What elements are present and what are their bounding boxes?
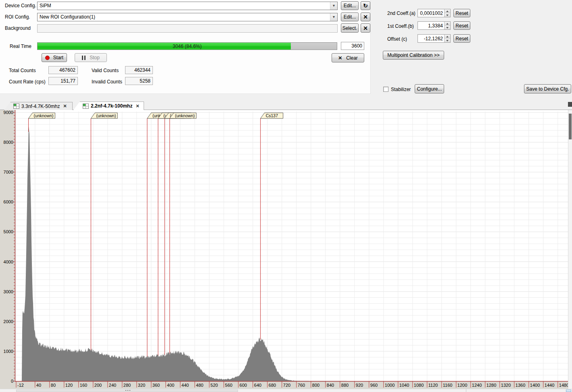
vertical-scrollbar-thumb[interactable] [569,114,572,139]
background-select-button[interactable]: Select. [341,23,359,33]
total-counts-label: Total Counts [9,68,36,73]
x-tick-label: 800 [312,383,319,388]
multipoint-calibration-button[interactable]: Multipoint Calibration >> [383,51,444,60]
roi-flag[interactable]: (unknown) [29,113,55,118]
x-tick-label: 640 [254,383,261,388]
configure-button[interactable]: Configure... [415,84,444,93]
horizontal-scrollbar[interactable] [0,389,572,392]
tab-3.3nf-4.7K-50mhz[interactable]: 3.3nf-4.7K-50mhz ✕ [4,102,73,110]
spectrum-chart[interactable]: (unknown)(unknown)(unknown)(unknown)(unk… [0,110,568,389]
offset-c-spinner[interactable] [418,34,451,43]
stop-button[interactable]: Stop [75,53,107,62]
chevron-down-icon[interactable]: ▾ [330,13,337,21]
start-label: Start [53,55,63,60]
x-tick-label: 80 [51,383,56,388]
start-button[interactable]: Start [42,53,67,62]
plot-background[interactable] [0,110,568,389]
x-tick-label: 680 [269,383,276,388]
clear-button[interactable]: ✕ Clear [332,53,364,62]
stop-label: Stop [90,55,100,60]
device-config-label: Device Config. [5,3,36,8]
x-tick-label: 400 [167,383,174,388]
x-tick-label: 440 [182,383,189,388]
background-label: Background [5,25,31,31]
device-config-combo[interactable]: SiPM ▾ [37,2,338,10]
spinner-arrows-icon[interactable] [444,9,450,17]
chevron-down-icon[interactable]: ▾ [330,2,337,10]
refresh-icon[interactable]: ↻ [361,1,370,10]
stabilizer-checkbox[interactable] [383,87,388,92]
spectrum-tabstrip: 3.3nf-4.7K-50mhz ✕ 2.2nf-4.7k-100mhz ✕ [0,102,572,110]
y-tick-label: 7000 [4,170,13,174]
roi-flag-label: (unknown) [96,113,116,118]
roi-config-label: ROI Config. [5,14,30,20]
roi-edit-button[interactable]: Edit... [341,12,359,21]
y-tick-label: 8000 [4,140,13,145]
spinner-arrows-icon[interactable] [444,22,450,29]
x-tick-label: 600 [240,383,247,388]
offset-c-input[interactable] [418,35,444,42]
tab-close-icon[interactable]: ✕ [136,104,139,109]
coeff-a-input[interactable] [418,9,444,17]
tab-overflow-icon[interactable] [568,102,572,107]
save-to-device-button[interactable]: Save to Device Cfg. [524,84,571,93]
coeff-a-spinner[interactable] [418,9,451,17]
x-tick-label: 1360 [516,383,525,388]
spinner-arrows-icon[interactable] [444,35,450,42]
x-tick-label: 1440 [545,383,554,388]
roi-config-combo[interactable]: New ROI Configuration(1) ▾ [37,13,338,21]
coeff-b-input[interactable] [418,22,444,29]
x-tick-label: 760 [298,383,305,388]
roi-flag-label: Cs137 [266,113,278,118]
spectrum-svg[interactable]: (unknown)(unknown)(unknown)(unknown)(unk… [0,110,568,389]
roi-flag[interactable]: (unknown) [91,113,117,118]
roi-flag-label: (unknown) [34,113,54,118]
roi-flag[interactable]: (unknown) [170,113,196,118]
coeff-b-reset-button[interactable]: Reset [453,21,470,30]
coeff-b-spinner[interactable] [418,21,451,30]
scrollbar-corner-button[interactable] [566,390,571,392]
progress-text: 3046 (84.6%) [38,44,337,49]
x-tick-label: 1280 [486,383,496,388]
device-edit-button[interactable]: Edit... [341,1,359,10]
roi-flag-label: (unknown) [175,113,195,118]
x-tick-label: 1200 [457,383,467,388]
y-tick-label: 3000 [4,289,13,294]
x-tick-label: 560 [225,383,232,388]
roi-remove-button[interactable]: ✕ [361,12,370,21]
scrollbar-grip-icon [125,390,131,391]
x-tick-label: 880 [341,383,349,388]
offset-c-reset-button[interactable]: Reset [453,34,470,43]
tab-close-icon[interactable]: ✕ [63,104,67,109]
real-time-label: Real Time [10,44,31,49]
preset-time-input[interactable] [341,42,364,50]
acquisition-panel: Device Config. SiPM ▾ Edit... ↻ ROI Conf… [0,0,371,94]
y-tick-label: 2000 [4,319,13,324]
x-tick-label: 120 [65,383,73,388]
total-counts-value: 467602 [48,66,78,74]
roi-config-value: New ROI Configuration(1) [40,14,329,20]
background-field[interactable] [37,24,338,33]
x-tick-label: 240 [109,383,116,388]
tab-label: 3.3nf-4.7K-50mhz [21,104,60,109]
clear-label: Clear [346,55,358,61]
top-panel: Device Config. SiPM ▾ Edit... ↻ ROI Conf… [0,0,572,102]
device-config-value: SiPM [40,3,329,8]
spectrum-tab-icon [13,104,19,109]
x-tick-label: 480 [196,383,203,388]
coeff-a-label: 2nd Coeff.(a) [387,10,415,16]
x-tick-label: 160 [80,383,87,388]
x-tick-label: 1040 [399,383,409,388]
x-tick-label: -12 [17,383,24,388]
coeff-a-reset-button[interactable]: Reset [453,9,470,17]
valid-counts-value: 462344 [125,66,153,74]
x-tick-label: 720 [283,383,290,388]
vertical-scrollbar[interactable] [568,110,572,389]
count-rate-value: 151,77 [48,77,78,85]
x-tick-label: 1080 [414,383,424,388]
roi-flag[interactable]: Cs137 [261,113,283,118]
x-tick-label: 920 [356,383,363,388]
tab-2.2nf-4.7k-100mhz[interactable]: 2.2nf-4.7k-100mhz ✕ [73,102,144,110]
background-remove-button[interactable]: ✕ [361,23,370,33]
record-dot-icon [45,56,50,60]
